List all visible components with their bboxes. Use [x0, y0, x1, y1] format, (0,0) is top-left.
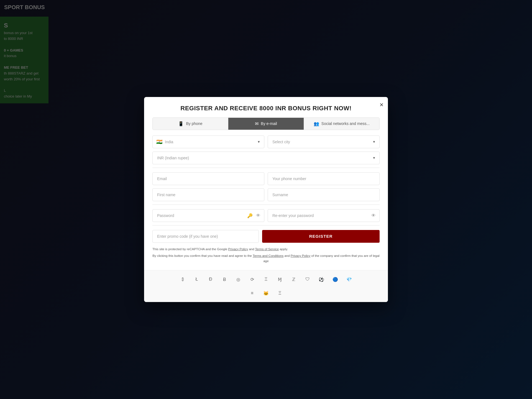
country-field: 🇮🇳 India ▼	[152, 135, 264, 148]
repassword-input[interactable]	[268, 209, 380, 222]
promo-field-wrapper	[152, 230, 259, 243]
litecoin-icon: Ł	[192, 275, 201, 284]
crypto-bar: ₿ Ł Ð Ƀ ◎ ⟳ Ξ Ɱ ℤ 🛡 ⚽ 🔵 💎 ≡ 🐱 Ξ	[144, 270, 388, 302]
modal-body: 🇮🇳 India ▼ Select city ▼ INR	[144, 130, 388, 270]
currency-field: INR (Indian rupee) ▼	[152, 152, 380, 164]
email-input[interactable]	[152, 172, 264, 185]
email-field-wrapper	[152, 172, 264, 185]
tab-email[interactable]: ✉ By e-mail	[228, 118, 304, 130]
surname-field-wrapper	[268, 188, 380, 201]
solana-icon: ◎	[234, 275, 243, 284]
divider-3	[152, 225, 380, 226]
currency-row: INR (Indian rupee) ▼	[152, 152, 380, 164]
terms-conditions-link[interactable]: Terms and Conditions	[253, 254, 283, 257]
bytecoin-icon: Ƀ	[220, 275, 229, 284]
sport-icon: ⚽	[317, 275, 326, 284]
bitcoin-icon: ₿	[178, 275, 187, 284]
phone-icon: 📱	[178, 121, 184, 126]
monero-icon: Ɱ	[275, 275, 284, 284]
privacy-policy-link-2[interactable]: Privacy Policy	[291, 254, 311, 257]
tab-social[interactable]: 👥 Social networks and mess...	[304, 118, 379, 130]
password-key-icon[interactable]: 🔑	[247, 212, 253, 219]
eth2-icon: Ξ	[275, 289, 284, 298]
close-button[interactable]: ×	[380, 101, 383, 108]
cat-icon: 🐱	[262, 289, 270, 298]
ethereum-icon: Ξ	[262, 275, 270, 284]
terms-service-link[interactable]: Terms of Service	[255, 247, 279, 251]
recaptcha-line: This site is protected by reCAPTCHA and …	[152, 247, 380, 252]
confirm-line: By clicking this button you confirm that…	[152, 253, 380, 264]
name-row	[152, 188, 380, 201]
password-field-wrapper: 🔑 👁	[152, 209, 264, 222]
surname-input[interactable]	[268, 188, 380, 201]
shield-crypto-icon: 🛡	[303, 275, 312, 284]
phone-field-wrapper	[268, 172, 380, 185]
phone-input[interactable]	[268, 172, 380, 185]
email-phone-row	[152, 172, 380, 185]
crypto-row-1: ₿ Ł Ð Ƀ ◎ ⟳ Ξ Ɱ ℤ 🛡 ⚽ 🔵 💎	[152, 275, 380, 284]
firstname-input[interactable]	[152, 188, 264, 201]
repassword-visibility-icon[interactable]: 👁	[371, 213, 376, 219]
register-modal: × REGISTER AND RECEIVE 8000 INR BONUS RI…	[144, 97, 388, 302]
tab-social-label: Social networks and mess...	[321, 121, 370, 126]
modal-header: REGISTER AND RECEIVE 8000 INR BONUS RIGH…	[144, 97, 388, 117]
password-icons: 🔑 👁	[247, 212, 261, 219]
email-tab-icon: ✉	[255, 121, 259, 126]
social-icon: 👥	[314, 121, 319, 126]
tab-phone-label: By phone	[186, 121, 202, 126]
repassword-icons: 👁	[371, 213, 376, 219]
divider-2	[152, 204, 380, 205]
gem-icon: 💎	[345, 275, 354, 284]
tab-phone[interactable]: 📱 By phone	[153, 118, 228, 130]
modal-title: REGISTER AND RECEIVE 8000 INR BONUS RIGH…	[155, 105, 377, 112]
registration-tabs: 📱 By phone ✉ By e-mail 👥 Social networks…	[152, 117, 380, 130]
legal-section: This site is protected by reCAPTCHA and …	[152, 247, 380, 264]
country-city-row: 🇮🇳 India ▼ Select city ▼	[152, 135, 380, 148]
password-row: 🔑 👁 👁	[152, 209, 380, 222]
city-select[interactable]: Select city	[268, 135, 380, 148]
country-select[interactable]: India	[152, 135, 264, 148]
password-visibility-icon[interactable]: 👁	[255, 213, 261, 219]
firstname-field-wrapper	[152, 188, 264, 201]
currency-select[interactable]: INR (Indian rupee)	[152, 152, 380, 164]
promo-input[interactable]	[152, 230, 259, 243]
crypto-row-2: ≡ 🐱 Ξ	[152, 289, 380, 298]
modal-backdrop: × REGISTER AND RECEIVE 8000 INR BONUS RI…	[0, 0, 532, 399]
circle-crypto-icon: 🔵	[331, 275, 340, 284]
zcash-icon: ℤ	[289, 275, 298, 284]
stripe-icon: ≡	[248, 289, 257, 298]
divider-1	[152, 168, 380, 168]
dash-icon: ⟳	[248, 275, 257, 284]
repassword-field-wrapper: 👁	[268, 209, 380, 222]
city-field: Select city ▼	[268, 135, 380, 148]
tab-email-label: By e-mail	[261, 121, 277, 126]
promo-register-row: REGISTER	[152, 230, 380, 243]
privacy-policy-link-1[interactable]: Privacy Policy	[228, 247, 248, 251]
dogecoin-icon: Ð	[206, 275, 215, 284]
register-button[interactable]: REGISTER	[262, 230, 380, 243]
